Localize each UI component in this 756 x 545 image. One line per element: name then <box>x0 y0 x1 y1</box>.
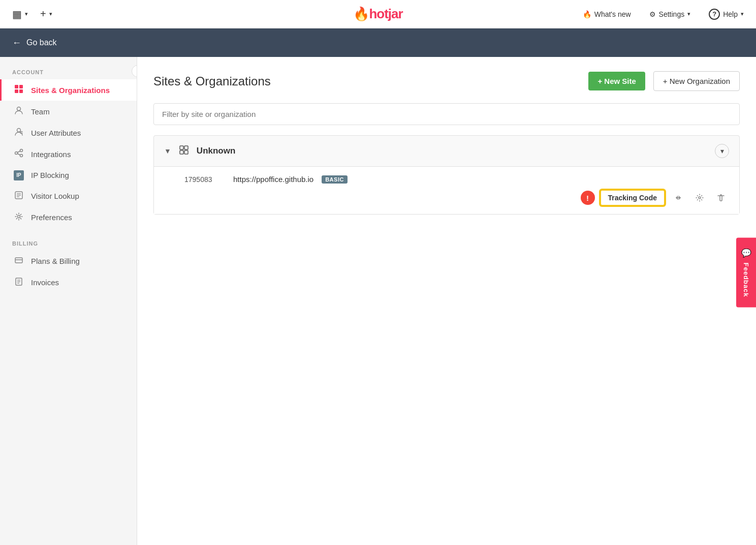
site-url: https://ppoffice.github.io <box>233 175 313 184</box>
feedback-icon: 💬 <box>741 248 751 259</box>
sidebar-item-label: Visitor Lookup <box>31 192 79 200</box>
svg-rect-3 <box>19 89 23 93</box>
main-layout: ‹ ACCOUNT Sites & Organizations <box>0 57 756 545</box>
add-btn[interactable]: + ▾ <box>36 6 56 22</box>
site-row-actions: ! Tracking Code <box>184 190 729 206</box>
hotjar-logo: 🔥hotjar <box>353 6 402 22</box>
svg-point-17 <box>18 215 20 218</box>
billing-section-label: BILLING <box>0 240 137 251</box>
sidebar: ‹ ACCOUNT Sites & Organizations <box>0 57 137 545</box>
new-org-label: + New Organization <box>663 77 730 85</box>
top-nav-right: 🔥 What's new ⚙ Settings ▾ ? Help ▾ <box>579 7 748 22</box>
sidebar-item-plans-billing[interactable]: Plans & Billing <box>0 251 137 272</box>
sidebar-item-label: User Attributes <box>31 129 81 137</box>
page-header: Sites & Organizations + New Site + New O… <box>153 71 740 91</box>
settings-icon: ⚙ <box>649 10 656 18</box>
plans-billing-icon <box>14 256 24 267</box>
page-title: Sites & Organizations <box>153 74 580 88</box>
user-attributes-icon <box>14 127 24 138</box>
visitor-lookup-icon <box>14 191 24 202</box>
svg-rect-25 <box>184 146 188 149</box>
site-id: 1795083 <box>184 175 225 184</box>
invoices-icon <box>14 277 24 288</box>
org-header[interactable]: ▼ Unknown ▾ <box>154 136 739 166</box>
svg-line-11 <box>18 151 20 153</box>
top-nav-left: ▦ ▾ + ▾ <box>8 6 56 22</box>
svg-point-9 <box>20 149 23 152</box>
svg-rect-26 <box>180 150 183 154</box>
integrations-icon <box>14 148 24 160</box>
sites-organizations-icon <box>14 84 24 96</box>
warning-icon[interactable]: ! <box>581 191 595 205</box>
sidebar-item-label: Preferences <box>31 213 72 222</box>
sidebar-item-visitor-lookup[interactable]: Visitor Lookup <box>0 186 137 207</box>
settings-chevron: ▾ <box>687 11 690 17</box>
settings-btn[interactable]: ⚙ Settings ▾ <box>645 8 695 20</box>
org-options-button[interactable]: ▾ <box>715 144 729 158</box>
sidebar-item-preferences[interactable]: Preferences <box>0 207 137 228</box>
add-icon: + <box>40 8 46 20</box>
sidebar-item-ip-blocking[interactable]: IP IP Blocking <box>0 165 137 186</box>
svg-rect-24 <box>180 146 183 149</box>
sidebar-item-team[interactable]: Team <box>0 101 137 122</box>
svg-rect-18 <box>15 258 22 263</box>
ip-blocking-icon: IP <box>14 170 24 180</box>
dashboard-chevron: ▾ <box>25 11 28 17</box>
filter-input-wrap <box>153 103 740 125</box>
help-icon: ? <box>709 9 720 20</box>
site-plan-badge: BASIC <box>322 175 348 184</box>
sidebar-item-integrations[interactable]: Integrations <box>0 143 137 165</box>
sidebar-item-label: Integrations <box>31 150 71 159</box>
logo-area: 🔥hotjar <box>353 6 402 22</box>
svg-point-8 <box>15 152 18 155</box>
org-building-icon <box>178 144 190 158</box>
svg-rect-1 <box>19 85 23 88</box>
svg-point-5 <box>17 129 21 132</box>
delete-icon-btn[interactable] <box>713 190 729 206</box>
dashboard-icon: ▦ <box>12 8 22 20</box>
organization-row: ▼ Unknown ▾ 1795083 h <box>153 135 740 215</box>
content-area: Sites & Organizations + New Site + New O… <box>137 57 756 545</box>
filter-input[interactable] <box>153 103 740 125</box>
sidebar-item-sites-organizations[interactable]: Sites & Organizations <box>0 79 137 101</box>
sidebar-item-label: Team <box>31 107 50 116</box>
new-organization-button[interactable]: + New Organization <box>653 71 740 91</box>
org-chevron-icon: ▼ <box>164 147 171 155</box>
sidebar-item-label: Plans & Billing <box>31 257 80 265</box>
svg-rect-2 <box>15 89 18 93</box>
account-section-label: ACCOUNT <box>0 69 137 79</box>
back-arrow-icon: ← <box>12 38 21 48</box>
flame-icon: 🔥 <box>583 10 591 18</box>
add-chevron: ▾ <box>49 11 52 17</box>
svg-rect-27 <box>184 150 188 154</box>
team-icon <box>14 106 24 117</box>
sidebar-item-label: Sites & Organizations <box>31 86 110 95</box>
svg-point-10 <box>20 155 23 157</box>
go-back-bar[interactable]: ← Go back <box>0 28 756 57</box>
top-nav: ▦ ▾ + ▾ 🔥hotjar 🔥 What's new ⚙ Settings … <box>0 0 756 28</box>
org-name: Unknown <box>197 146 708 156</box>
sidebar-item-label: IP Blocking <box>31 171 69 179</box>
svg-line-12 <box>18 154 20 155</box>
sidebar-item-label: Invoices <box>31 278 59 287</box>
preferences-icon <box>14 212 24 223</box>
tracking-code-button[interactable]: Tracking Code <box>600 190 665 206</box>
site-row-top: 1795083 https://ppoffice.github.io BASIC <box>184 175 729 184</box>
go-back-label: Go back <box>26 38 57 47</box>
svg-point-4 <box>17 107 21 111</box>
svg-rect-0 <box>15 85 18 88</box>
help-btn[interactable]: ? Help ▾ <box>705 7 748 22</box>
dashboard-icon-btn[interactable]: ▦ ▾ <box>8 6 32 22</box>
transfer-icon-btn[interactable] <box>670 190 686 206</box>
settings-icon-btn[interactable] <box>691 190 708 206</box>
sidebar-item-user-attributes[interactable]: User Attributes <box>0 122 137 143</box>
sidebar-item-invoices[interactable]: Invoices <box>0 272 137 293</box>
site-row: 1795083 https://ppoffice.github.io BASIC… <box>154 166 739 214</box>
svg-point-28 <box>699 197 701 199</box>
org-options-icon: ▾ <box>720 147 724 155</box>
feedback-tab[interactable]: 💬 Feedback <box>736 238 756 308</box>
help-chevron: ▾ <box>741 11 744 17</box>
new-site-button[interactable]: + New Site <box>588 72 645 90</box>
new-site-label: + New Site <box>597 77 636 85</box>
whats-new-btn[interactable]: 🔥 What's new <box>579 8 635 20</box>
